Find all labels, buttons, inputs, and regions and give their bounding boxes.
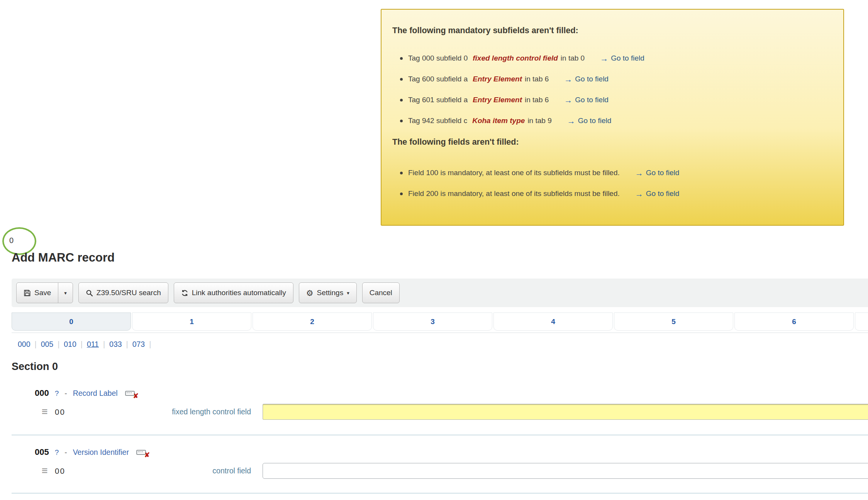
subfield-name: fixed length control field [473,54,558,62]
subfield-input-005[interactable] [263,463,868,479]
refresh-icon [181,289,188,297]
field-000-header: 000 ? - Record Label ✘ [35,388,868,399]
list-item: Tag 601 subfield a Entry Element in tab … [400,96,832,104]
field-divider [12,434,868,436]
item-prefix: Tag 600 subfield a [408,75,468,83]
tag-anchor-073[interactable]: 073 [130,340,147,348]
tag-anchor-005[interactable]: 005 [39,340,56,348]
floppy-disk-icon [24,289,31,297]
gear-icon: ⚙ [306,289,314,297]
bullet-icon [400,99,403,101]
tab-1[interactable]: 1 [132,312,251,331]
tab-5[interactable]: 5 [614,312,733,331]
tag-anchor-000[interactable]: 000 [15,340,33,348]
annotation-label: 0 [9,236,14,245]
separator: | [56,340,61,348]
bullet-icon [400,57,403,60]
goto-field-link[interactable]: →Go to field [635,169,680,177]
delete-field-icon[interactable]: ✘ [125,391,136,396]
tag-title-link[interactable]: Version Identifier [73,447,129,457]
save-button[interactable]: Save [16,282,58,303]
goto-field-link[interactable]: →Go to field [600,54,644,62]
tag-anchor-011[interactable]: 011 [85,340,101,348]
arrow-right-icon: → [635,190,643,198]
marc-tab-bar: 0 1 2 3 4 5 6 [12,312,868,331]
goto-field-link[interactable]: →Go to field [635,189,680,198]
separator: | [147,340,153,348]
chevron-down-icon: ▾ [64,291,67,296]
arrow-right-icon: → [564,75,572,83]
goto-field-label: Go to field [646,189,680,198]
goto-field-link[interactable]: →Go to field [564,75,609,83]
z3950-search-button[interactable]: Z39.50/SRU search [78,282,168,303]
goto-field-label: Go to field [575,75,609,83]
indicators: 00 [55,466,76,476]
tab-2[interactable]: 2 [253,312,372,331]
tag-title-link[interactable]: Record Label [73,388,118,398]
search-icon [86,289,93,297]
item-text: Field 200 is mandatory, at least one of … [408,189,620,198]
drag-handle-icon[interactable]: ≡ [42,407,55,417]
separator: | [33,340,39,348]
subfield-name: Koha item type [472,117,525,125]
tab-6[interactable]: 6 [734,312,854,331]
indicators: 00 [55,407,76,417]
missing-fields-list: Field 100 is mandatory, at least one of … [392,169,832,198]
drag-handle-icon[interactable]: ≡ [42,466,55,476]
field-005-subfield-row: ≡ 00 control field [12,463,868,479]
warning-subfields-title: The following mandatory subfields aren't… [392,26,832,35]
goto-field-label: Go to field [575,96,609,104]
tag-help-link[interactable]: ? [55,389,59,399]
save-split-button: Save ▾ [16,282,73,303]
editor-toolbar: Save ▾ Z39.50/SRU search Link authoritie… [12,279,868,307]
tab-0[interactable]: 0 [12,312,131,331]
tag-anchor-010[interactable]: 010 [61,340,79,348]
goto-field-label: Go to field [611,54,644,62]
save-dropdown-toggle[interactable]: ▾ [58,282,73,303]
item-text: Field 100 is mandatory, at least one of … [408,169,620,177]
list-item: Tag 000 subfield 0 fixed length control … [400,54,832,62]
subfield-name: Entry Element [473,75,522,83]
section-title: Section 0 [12,361,868,373]
separator: | [124,340,130,348]
cancel-button[interactable]: Cancel [362,282,400,303]
tab-partial[interactable] [855,312,868,331]
link-authorities-button[interactable]: Link authorities automatically [174,282,293,303]
item-suffix: in tab 6 [525,75,549,83]
separator: | [79,340,85,348]
tab-4[interactable]: 4 [493,312,613,331]
settings-button[interactable]: ⚙ Settings ▾ [299,282,357,303]
subfield-input-000[interactable] [263,404,868,420]
subfield-label: fixed length control field [76,407,251,416]
field-000-subfield-row: ≡ 00 fixed length control field [12,404,868,420]
separator: | [101,340,107,348]
settings-label: Settings [317,289,344,297]
tabs-underline [12,333,868,333]
goto-field-link[interactable]: →Go to field [567,117,612,125]
tag-anchor-033[interactable]: 033 [107,340,124,348]
tag-anchor-links: 000|005|010|011|033|073| [15,339,868,349]
list-item: Field 100 is mandatory, at least one of … [400,169,832,177]
dash: - [64,448,67,458]
arrow-right-icon: → [635,169,643,177]
tag-help-link[interactable]: ? [55,448,59,458]
warning-fields-title: The following fields aren't filled: [392,137,832,147]
link-authorities-label: Link authorities automatically [192,289,286,297]
item-suffix: in tab 0 [561,54,585,62]
arrow-right-icon: → [567,117,575,125]
list-item: Tag 600 subfield a Entry Element in tab … [400,75,832,83]
chevron-down-icon: ▾ [347,291,349,296]
item-prefix: Tag 601 subfield a [408,96,468,104]
tag-number: 005 [35,447,49,457]
validation-warning-box: The following mandatory subfields aren't… [381,9,844,226]
bullet-icon [400,193,403,195]
tab-3[interactable]: 3 [373,312,492,331]
delete-field-icon[interactable]: ✘ [136,450,147,455]
bullet-icon [400,78,403,81]
subfield-name: Entry Element [473,96,522,104]
goto-field-link[interactable]: →Go to field [564,96,609,104]
list-item: Tag 942 subfield c Koha item type in tab… [400,117,832,125]
list-item: Field 200 is mandatory, at least one of … [400,189,832,198]
bullet-icon [400,172,403,174]
item-suffix: in tab 6 [525,96,549,104]
